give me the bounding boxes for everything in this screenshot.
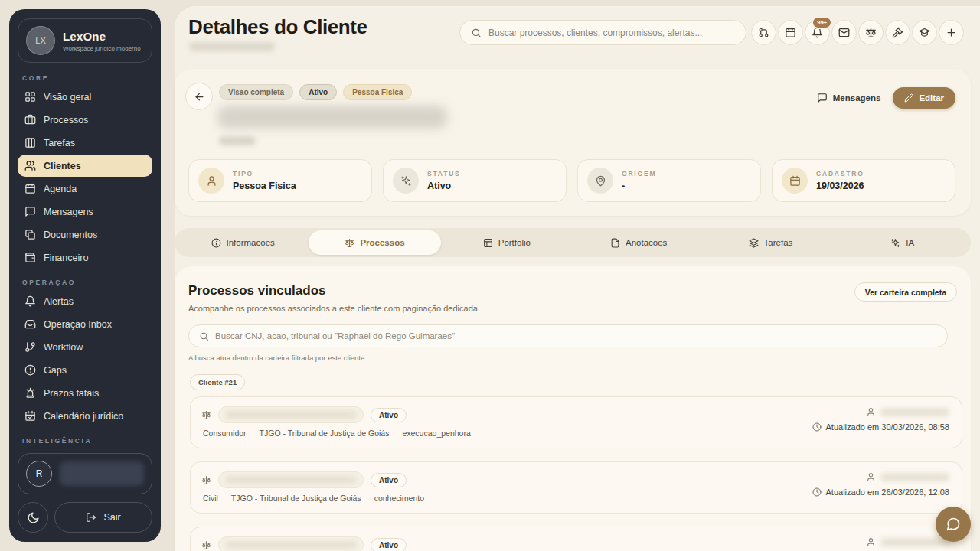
- tab-processos[interactable]: Processos: [309, 230, 440, 255]
- breadcrumb-redacted: [189, 42, 275, 51]
- gavel-button[interactable]: [885, 20, 910, 45]
- view-portfolio-button[interactable]: Ver carteira completa: [854, 282, 957, 302]
- users-icon: [24, 160, 36, 171]
- process-area: Consumidor: [203, 429, 247, 438]
- sidebar-item-gaps[interactable]: Gaps: [18, 359, 152, 381]
- calendar-button[interactable]: [778, 20, 803, 45]
- sidebar-item-documentos[interactable]: Documentos: [18, 223, 152, 246]
- chat-fab-button[interactable]: [936, 507, 971, 542]
- app-title: LexOne: [63, 30, 141, 43]
- process-item[interactable]: AtivoCivilTJGO - Tribunal de Justiça de …: [190, 461, 962, 514]
- sidebar-item-financeiro[interactable]: Financeiro: [18, 246, 152, 269]
- process-list: AtivoConsumidorTJGO - Tribunal de Justiç…: [190, 396, 962, 551]
- mail-button[interactable]: [831, 20, 857, 45]
- stat-value: 19/03/2026: [816, 181, 864, 191]
- global-search[interactable]: [459, 20, 746, 45]
- process-item[interactable]: AtivoConsumidorTJGO - Tribunal de Justiç…: [190, 396, 962, 448]
- edit-button[interactable]: Editar: [893, 87, 956, 109]
- sidebar-item-prazos-fatais[interactable]: Prazos fatais: [18, 382, 152, 404]
- user-name-redacted: [60, 461, 144, 486]
- sidebar-nav: COREVisão geralProcessosTarefasClientesA…: [18, 64, 152, 447]
- calendar-icon: [24, 183, 36, 194]
- chat-bubble-icon: [946, 517, 961, 532]
- sidebar-item-calend-rio-jur-dico[interactable]: Calendário jurídico: [18, 405, 152, 427]
- sidebar-item-label: Visão geral: [44, 92, 91, 103]
- process-area: Civil: [203, 494, 218, 503]
- grid-icon: [24, 91, 36, 103]
- sidebar-item-processos[interactable]: Processos: [18, 109, 152, 131]
- gavel-icon: [892, 27, 903, 38]
- notifications-button[interactable]: 99+: [805, 20, 830, 45]
- user-icon: [866, 407, 876, 417]
- process-status-badge: Ativo: [371, 473, 407, 487]
- logout-label: Sair: [103, 512, 120, 523]
- tab-portfolio[interactable]: Portfolio: [441, 230, 573, 255]
- tab-ia[interactable]: IA: [837, 230, 969, 255]
- client-tabs: InformacoesProcessosPortfolioAnotacoesTa…: [175, 228, 971, 257]
- nav-section-label: CORE: [22, 74, 148, 82]
- process-search-input[interactable]: [215, 331, 937, 341]
- sidebar-item-tarefas[interactable]: Tarefas: [18, 132, 152, 154]
- tab-tarefas[interactable]: Tarefas: [704, 230, 836, 255]
- sidebar-item-vis-o-geral[interactable]: Visão geral: [18, 86, 152, 108]
- panels-icon: [483, 238, 493, 248]
- git-branch-icon: [24, 341, 36, 353]
- workflow-button[interactable]: [751, 20, 776, 45]
- sidebar-item-opera-o-inbox[interactable]: Operação Inbox: [18, 313, 152, 335]
- logout-button[interactable]: Sair: [54, 502, 152, 533]
- education-button[interactable]: [912, 20, 937, 45]
- sidebar-item-workflow[interactable]: Workflow: [18, 336, 152, 358]
- client-name-redacted: [217, 106, 447, 129]
- sidebar-item-agenda[interactable]: Agenda: [18, 178, 152, 200]
- tab-label: Anotacoes: [626, 238, 667, 247]
- messages-button[interactable]: Mensagens: [817, 93, 881, 103]
- sidebar-item-label: Operação Inbox: [44, 319, 112, 330]
- stat-card-tipo: TIPOPessoa Fisica: [188, 159, 372, 202]
- sidebar-item-clientes[interactable]: Clientes: [18, 155, 152, 177]
- nav-section-label: INTELIGÊNCIA: [22, 437, 148, 445]
- process-item[interactable]: Ativo: [190, 527, 962, 551]
- add-button[interactable]: [939, 20, 964, 45]
- client-subline-redacted: [219, 136, 256, 145]
- stat-label: ORIGEM: [622, 170, 656, 178]
- wallet-icon: [24, 252, 36, 263]
- user-card[interactable]: R: [18, 453, 152, 494]
- sparkles-icon: [400, 175, 412, 187]
- user-icon: [866, 472, 876, 482]
- message-square-icon: [817, 93, 828, 103]
- file-icon: [610, 238, 620, 248]
- sidebar-item-label: Clientes: [44, 161, 81, 171]
- app-subtitle: Workspace jurídico moderno: [63, 45, 141, 52]
- process-search[interactable]: [188, 324, 948, 347]
- client-stats: TIPOPessoa FisicaSTATUSAtivoORIGEM-CADAS…: [188, 159, 956, 202]
- briefcase-icon: [24, 114, 36, 126]
- app-logo[interactable]: LX LexOne Workspace jurídico moderno: [18, 18, 152, 63]
- sparkles-icon: [890, 238, 900, 248]
- calendar-icon: [789, 175, 801, 187]
- tab-label: Informacoes: [227, 238, 275, 247]
- global-search-input[interactable]: [488, 28, 735, 38]
- client-badge: Ativo: [299, 84, 337, 100]
- scale-icon: [201, 475, 211, 485]
- user-avatar: R: [26, 461, 52, 487]
- stat-card-cadastro: CADASTRO19/03/2026: [772, 159, 956, 202]
- user-icon: [206, 175, 217, 187]
- sidebar-item-label: Prazos fatais: [44, 388, 99, 399]
- copy-icon: [24, 229, 36, 240]
- back-button[interactable]: [185, 83, 213, 110]
- pencil-icon: [904, 93, 913, 103]
- sidebar-item-label: Workflow: [44, 342, 83, 353]
- tab-label: IA: [906, 238, 914, 247]
- process-updated: Atualizado em 30/03/2026, 08:58: [826, 422, 949, 432]
- theme-toggle-button[interactable]: [18, 502, 48, 533]
- tab-anotacoes[interactable]: Anotacoes: [573, 230, 704, 255]
- sidebar-item-label: Processos: [44, 115, 88, 126]
- alert-circle-icon: [24, 364, 36, 376]
- scale-button[interactable]: [858, 20, 884, 45]
- sidebar-item-alertas[interactable]: Alertas: [18, 290, 152, 312]
- tab-informacoes[interactable]: Informacoes: [177, 230, 309, 255]
- sidebar-item-label: Mensagens: [44, 207, 93, 217]
- scale-icon: [345, 238, 354, 248]
- responsible-name-redacted: [880, 473, 949, 481]
- sidebar-item-mensagens[interactable]: Mensagens: [18, 201, 152, 223]
